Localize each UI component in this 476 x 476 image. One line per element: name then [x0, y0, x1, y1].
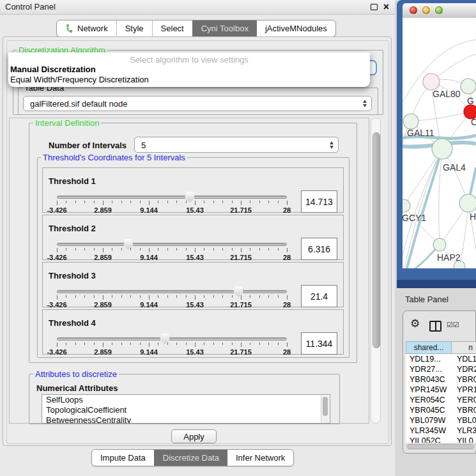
threshold-value-field[interactable]: 6.316 [301, 238, 337, 260]
tab-jactivemnodules[interactable]: jActiveMNodules [257, 20, 335, 36]
slider-track[interactable] [57, 243, 287, 246]
network-node[interactable] [459, 194, 476, 212]
num-intervals-combobox[interactable]: 5 [134, 137, 339, 153]
tick-mark [250, 248, 250, 250]
tick-label: 28 [283, 254, 291, 261]
network-node[interactable] [403, 114, 418, 129]
cell-name: YPR1 [457, 385, 476, 394]
scrollbar-thumb[interactable] [372, 132, 380, 348]
cell-shared-name: YDR27... [410, 365, 452, 374]
slider-track[interactable] [57, 196, 287, 199]
attribute-list-item[interactable]: SelfLoops [42, 395, 330, 405]
network-node[interactable] [432, 139, 452, 159]
threshold-slider-4[interactable]: -3.4262.8599.14415.4321.71528 [57, 333, 287, 355]
gear-icon[interactable]: ⚙ [410, 318, 420, 330]
tick-mark [232, 295, 233, 298]
apply-button[interactable]: Apply [171, 429, 217, 443]
network-node[interactable] [461, 79, 476, 94]
tick-mark [287, 201, 288, 205]
threshold-value-field[interactable]: 11.344 [301, 332, 337, 355]
tab-style[interactable]: Style [116, 20, 152, 36]
column-layout-icon[interactable] [429, 321, 441, 332]
tick-mark [268, 248, 269, 250]
threshold-slider-1[interactable]: -3.4262.8599.14415.4321.71528 [57, 191, 287, 213]
slider-tick-labels: -3.4262.8599.14415.4321.71528 [57, 348, 287, 356]
table-row[interactable]: YIL052CYIL0 [406, 436, 476, 443]
table-row[interactable]: YER054CYER0 [406, 395, 476, 405]
cell-shared-name: YDL19... [410, 355, 452, 364]
checkbox-filter-icons[interactable]: ☑☑ [447, 321, 459, 329]
cell-name: YER0 [457, 395, 476, 404]
tick-mark [204, 248, 204, 250]
tab-network[interactable]: Network [57, 20, 116, 36]
tick-label: 21.715 [230, 301, 252, 309]
tick-label: 15.43 [186, 206, 204, 214]
tick-mark [213, 201, 214, 203]
scrollbar-thumb[interactable] [407, 444, 474, 449]
table-row[interactable]: YBL079WYBL0 [406, 415, 476, 426]
tick-label: 28 [283, 348, 291, 356]
attributes-list[interactable]: SelfLoopsTopologicalCoefficientBetweenne… [42, 394, 330, 424]
column-header-shared[interactable]: shared... [406, 341, 452, 354]
threshold-value-field[interactable]: 21.4 [301, 285, 337, 307]
scrollbar-thumb[interactable] [323, 397, 328, 416]
network-node[interactable] [433, 238, 446, 251]
tick-mark [167, 342, 168, 345]
table-row[interactable]: YPR145WYPR1 [406, 385, 476, 395]
column-header-name[interactable]: n [452, 341, 476, 354]
attribute-list-item[interactable]: BetweennessCentrality [42, 415, 330, 424]
tick-mark [130, 342, 131, 345]
cell-shared-name: YBR045C [410, 406, 452, 415]
tick-mark [186, 295, 187, 298]
tick-label: 9.144 [140, 206, 158, 214]
vertical-scrollbar[interactable] [371, 118, 381, 424]
table-row[interactable]: YBR045CYBR0 [406, 405, 476, 415]
table-row[interactable]: YBR043CYBR0 [406, 374, 476, 385]
slider-track[interactable] [57, 290, 287, 293]
threshold-slider-2[interactable]: -3.4262.8599.14415.4321.71528 [57, 238, 287, 261]
spinner-arrows-icon [330, 141, 334, 149]
screenshot-root: Control Panel × Network Style Select Cyn… [0, 0, 476, 476]
tab-discretize-data[interactable]: Discretize Data [154, 450, 227, 466]
float-window-icon[interactable] [371, 4, 378, 10]
close-icon[interactable]: × [383, 1, 389, 13]
cell-shared-name: YBL079W [410, 416, 452, 425]
popup-option-manual-discretization[interactable]: Manual Discretization [10, 65, 96, 74]
threshold-panel-4: Threshold 4 -3.4262.8599.14415.4321.7152… [42, 309, 344, 355]
network-node[interactable] [423, 73, 440, 90]
attribute-list-item[interactable]: TopologicalCoefficient [42, 405, 330, 415]
network-node[interactable] [403, 199, 410, 212]
tick-mark [278, 342, 279, 345]
tab-select[interactable]: Select [152, 20, 192, 36]
threshold-slider-3[interactable]: -3.4262.8599.14415.4321.71528 [57, 286, 287, 308]
tick-mark [103, 248, 104, 252]
cell-name: YBR0 [457, 406, 476, 415]
cell-shared-name: YER054C [410, 395, 452, 404]
table-data-combobox[interactable]: galFiltered.sif default node [23, 96, 372, 111]
table-row[interactable]: YDL19...YDL1 [406, 354, 476, 364]
minimize-traffic-light-icon[interactable] [422, 6, 430, 14]
slider-track[interactable] [57, 337, 287, 341]
tick-mark [149, 248, 150, 252]
horizontal-scrollbar[interactable] [406, 443, 476, 450]
tab-impute-data[interactable]: Impute Data [92, 450, 154, 466]
tick-mark [94, 295, 95, 298]
tick-mark [186, 342, 187, 345]
tick-mark [222, 295, 223, 298]
network-window-titlebar[interactable] [403, 3, 476, 19]
popup-option-equal-width-frequency[interactable]: Equal Width/Frequency Discretization [10, 75, 149, 84]
tab-cyni-toolbox[interactable]: Cyni Toolbox [192, 20, 257, 36]
threshold-value-field[interactable]: 14.713 [301, 190, 337, 213]
network-canvas[interactable]: GAL80GCGAL11GAL4GCY1HHAP2 [403, 18, 476, 268]
close-traffic-light-icon[interactable] [410, 6, 417, 14]
list-scrollbar[interactable] [321, 395, 329, 423]
tab-infer-network[interactable]: Infer Network [227, 450, 293, 466]
table-row[interactable]: YDR27...YDR2 [406, 364, 476, 374]
tick-label: 2.859 [94, 254, 112, 261]
table-row[interactable]: YLR345WYLR3 [406, 426, 476, 436]
tick-mark [167, 248, 168, 250]
network-icon [65, 24, 73, 33]
zoom-traffic-light-icon[interactable] [435, 6, 443, 14]
control-panel: Control Panel × Network Style Select Cyn… [0, 0, 395, 476]
node-label: GCY1 [403, 213, 426, 223]
